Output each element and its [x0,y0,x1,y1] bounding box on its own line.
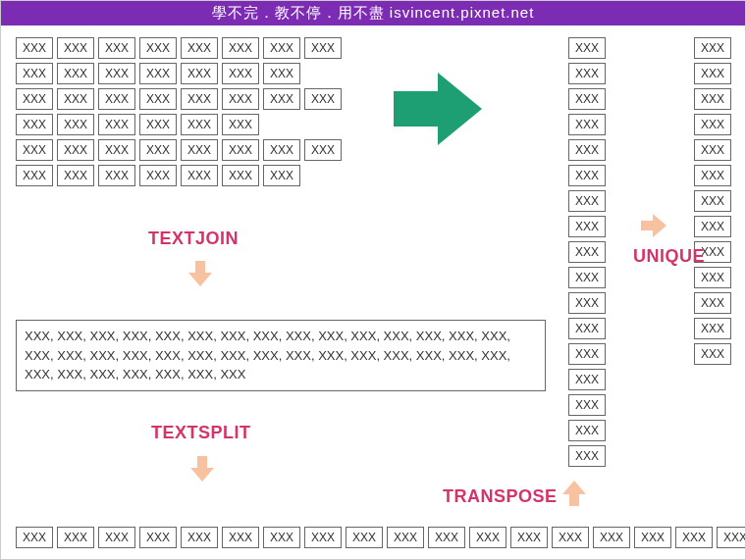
grid-cell: XXX [16,139,53,161]
column-cell: XXX [568,369,606,390]
column-cell: XXX [694,267,731,288]
grid-cell: XXX [57,37,94,59]
unique-column: XXXXXXXXXXXXXXXXXXXXXXXXXXXXXXXXXXXXXXX [694,37,731,369]
row-cell: XXX [428,527,465,548]
grid-cell: XXX [263,37,300,59]
column-cell: XXX [694,165,731,186]
column-cell: XXX [568,241,606,263]
column-cell: XXX [694,139,731,161]
grid-cell: XXX [98,139,135,161]
transpose-label: TRANSPOSE [443,486,558,507]
unique-label: UNIQUE [633,246,705,267]
grid-cell: XXX [16,37,53,59]
grid-cell: XXX [139,63,177,84]
grid-cell: XXX [57,165,94,186]
grid-cell: XXX [16,165,53,186]
textsplit-label: TEXTSPLIT [151,423,251,443]
column-cell: XXX [568,63,606,84]
grid-cell: XXX [98,63,135,84]
column-cell: XXX [568,165,606,186]
transpose-column: XXXXXXXXXXXXXXXXXXXXXXXXXXXXXXXXXXXXXXXX… [568,37,606,471]
column-cell: XXX [568,139,606,161]
column-cell: XXX [694,318,731,339]
column-cell: XXX [568,420,606,441]
grid-cell: XXX [222,88,259,110]
textsplit-result-row: XXXXXXXXXXXXXXXXXXXXXXXXXXXXXXXXXXXXXXXX… [16,527,746,548]
row-cell: XXX [16,527,53,548]
diagram-canvas: XXXXXXXXXXXXXXXXXXXXXXXXXXXXXXXXXXXXXXXX… [1,25,745,558]
row-cell: XXX [304,527,342,548]
column-cell: XXX [694,114,731,135]
grid-cell: XXX [98,37,135,59]
column-cell: XXX [568,318,606,339]
grid-row: XXXXXXXXXXXXXXXXXXXXX [16,165,369,186]
column-cell: XXX [568,267,606,288]
grid-cell: XXX [222,63,259,84]
grid-cell: XXX [222,165,259,186]
column-cell: XXX [568,190,606,212]
row-cell: XXX [675,527,713,548]
grid-cell: XXX [16,88,53,110]
grid-row: XXXXXXXXXXXXXXXXXXXXX [16,63,369,84]
column-cell: XXX [568,445,606,467]
row-cell: XXX [346,527,383,548]
row-cell: XXX [469,527,506,548]
row-cell: XXX [222,527,259,548]
row-cell: XXX [510,527,548,548]
column-cell: XXX [568,394,606,416]
grid-row: XXXXXXXXXXXXXXXXXX [16,114,369,135]
column-cell: XXX [694,190,731,212]
grid-cell: XXX [181,114,218,135]
arrow-up-icon [560,479,589,512]
grid-cell: XXX [222,139,259,161]
grid-cell: XXX [57,114,94,135]
column-cell: XXX [694,88,731,110]
grid-cell: XXX [263,139,300,161]
grid-cell: XXX [263,88,300,110]
grid-cell: XXX [181,63,218,84]
arrow-down-icon [186,259,215,292]
column-cell: XXX [694,37,731,59]
column-cell: XXX [694,216,731,237]
textjoin-label: TEXTJOIN [148,229,239,249]
grid-cell: XXX [181,139,218,161]
grid-row: XXXXXXXXXXXXXXXXXXXXXXXX [16,139,369,161]
textjoin-result: XXX, XXX, XXX, XXX, XXX, XXX, XXX, XXX, … [16,320,546,391]
grid-cell: XXX [16,63,53,84]
page-header: 學不完．教不停．用不盡 isvincent.pixnet.net [1,1,745,25]
grid-row: XXXXXXXXXXXXXXXXXXXXXXXX [16,37,369,59]
column-cell: XXX [568,343,606,365]
row-cell: XXX [717,527,746,548]
grid-row: XXXXXXXXXXXXXXXXXXXXXXXX [16,88,369,110]
big-arrow-icon [389,70,487,152]
grid-cell: XXX [139,165,177,186]
row-cell: XXX [98,527,135,548]
row-cell: XXX [593,527,630,548]
column-cell: XXX [694,292,731,314]
row-cell: XXX [552,527,589,548]
row-cell: XXX [181,527,218,548]
grid-cell: XXX [304,88,342,110]
grid-cell: XXX [57,139,94,161]
arrow-right-icon [639,211,668,244]
grid-cell: XXX [139,37,177,59]
row-cell: XXX [263,527,300,548]
grid-cell: XXX [57,88,94,110]
grid-cell: XXX [139,139,177,161]
grid-cell: XXX [16,114,53,135]
grid-cell: XXX [181,88,218,110]
grid-cell: XXX [222,37,259,59]
grid-cell: XXX [222,114,259,135]
grid-cell: XXX [98,114,135,135]
row-cell: XXX [634,527,671,548]
grid-cell: XXX [139,88,177,110]
grid-cell: XXX [181,165,218,186]
grid-cell: XXX [98,165,135,186]
grid-cell: XXX [181,37,218,59]
row-cell: XXX [139,527,177,548]
grid-cell: XXX [263,165,300,186]
column-cell: XXX [568,216,606,237]
column-cell: XXX [694,63,731,84]
grid-cell: XXX [304,37,342,59]
arrow-down-icon [187,454,217,487]
